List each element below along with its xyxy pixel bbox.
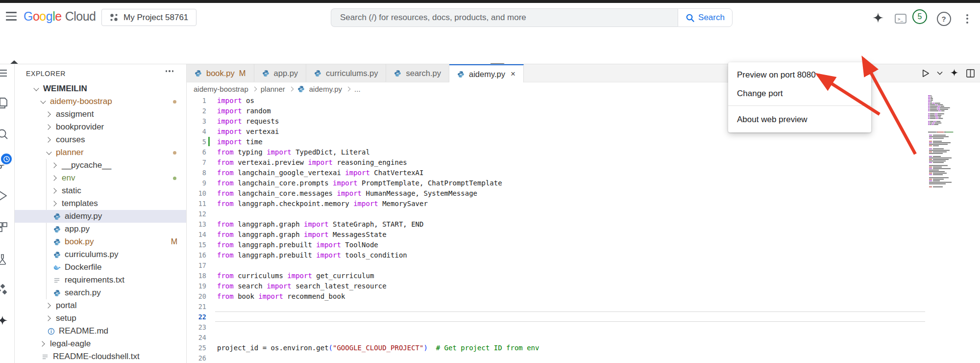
chevron-right-icon[interactable] — [51, 162, 56, 168]
tree-item-bookprovider[interactable]: bookprovider — [15, 121, 186, 133]
breadcrumb-item[interactable]: planner — [261, 85, 285, 93]
tree-item-aidemy-boostrap[interactable]: aidemy-boostrap — [15, 95, 186, 108]
menu-item-change-port[interactable]: Change port — [728, 85, 871, 102]
code-line-19[interactable]: 19from search import search_latest_resou… — [187, 281, 980, 291]
test-flask-icon[interactable] — [0, 253, 8, 266]
files-explorer-icon[interactable] — [0, 97, 8, 109]
free-trial-credit-badge[interactable]: 5 — [912, 9, 927, 24]
gemini-sparkle-icon[interactable] — [870, 11, 886, 26]
code-line-26[interactable]: 26 — [187, 353, 980, 363]
tab-app-py[interactable]: app.py — [254, 64, 307, 82]
code-text: from langgraph.graph import MessagesStat… — [217, 231, 387, 238]
code-text: project_id = os.environ.get("GOOGLE_CLOU… — [217, 344, 539, 352]
tree-item--pycache-[interactable]: __pycache__ — [15, 159, 186, 172]
tab-book-py[interactable]: book.pyM — [187, 64, 254, 82]
tree-item-app-py[interactable]: app.py — [15, 223, 186, 235]
project-selector-button[interactable]: My Project 58761 — [101, 9, 196, 26]
breadcrumb-item[interactable]: aidemy.py — [309, 85, 342, 93]
search-input[interactable] — [331, 8, 678, 27]
tree-item-dockerfile[interactable]: Dockerfile — [15, 261, 186, 274]
google-cloud-logo[interactable]: Google Cloud — [24, 8, 96, 25]
tree-item-requirements-txt[interactable]: requirements.txt — [15, 274, 186, 286]
code-line-25[interactable]: 25project_id = os.environ.get("GOOGLE_CL… — [187, 342, 980, 353]
code-line-15[interactable]: 15from langgraph.prebuilt import ToolNod… — [187, 239, 980, 250]
run-debug-icon[interactable] — [0, 189, 8, 202]
tree-item-readme-md[interactable]: README.md — [15, 325, 186, 337]
menu-icon[interactable] — [0, 67, 8, 79]
chevron-right-icon[interactable] — [51, 175, 56, 181]
tree-item-setup[interactable]: setup — [15, 312, 186, 325]
chevron-right-icon[interactable] — [39, 341, 45, 346]
tab-aidemy-py[interactable]: aidemy.py× — [449, 64, 524, 83]
chevron-down-icon[interactable] — [46, 149, 51, 155]
code-line-20[interactable]: 20from book import recommend_book — [187, 291, 980, 301]
code-line-16[interactable]: 16from langgraph.prebuilt import tools_c… — [187, 250, 980, 260]
tab-curriculums-py[interactable]: curriculums.py — [306, 64, 386, 82]
tree-item-legal-eagle[interactable]: legal-eagle — [15, 337, 186, 350]
code-text: from vertexai.preview import reasoning_e… — [217, 158, 407, 166]
run-file-button[interactable] — [921, 69, 930, 78]
search-button[interactable]: Search — [678, 8, 733, 27]
chevron-right-icon[interactable] — [45, 137, 50, 142]
code-line-7[interactable]: 7from vertexai.preview import reasoning_… — [187, 157, 980, 167]
line-number: 18 — [187, 272, 206, 280]
tree-item-courses[interactable]: courses — [15, 133, 186, 146]
tree-item-curriculums-py[interactable]: curriculums.py — [15, 248, 186, 261]
tree-item-planner[interactable]: planner — [15, 146, 186, 159]
chevron-right-icon[interactable] — [45, 315, 50, 321]
chevron-right-icon[interactable] — [51, 188, 56, 193]
help-icon[interactable]: ? — [936, 11, 952, 26]
tab-search-py[interactable]: search.py — [386, 64, 449, 82]
line-number: 23 — [187, 323, 206, 331]
search-panel-icon[interactable] — [0, 128, 8, 140]
tree-item-static[interactable]: static — [15, 184, 186, 197]
tree-item-templates[interactable]: templates — [15, 197, 186, 210]
run-dropdown-icon[interactable] — [937, 71, 943, 75]
code-line-21[interactable]: 21 — [187, 301, 980, 311]
chevron-right-icon[interactable] — [45, 111, 50, 117]
main-menu-icon[interactable] — [6, 10, 19, 23]
minimap[interactable] — [927, 94, 961, 187]
split-editor-icon[interactable] — [966, 69, 975, 78]
code-line-23[interactable]: 23 — [187, 322, 980, 332]
tree-item-env[interactable]: env — [15, 172, 186, 184]
gemini-editor-icon[interactable] — [950, 69, 959, 78]
code-line-9[interactable]: 9from langchain_core.prompts import Prom… — [187, 178, 980, 188]
code-line-13[interactable]: 13from langgraph.graph import StateGraph… — [187, 219, 980, 229]
code-line-17[interactable]: 17 — [187, 260, 980, 270]
code-line-11[interactable]: 11from langgraph.checkpoint.memory impor… — [187, 198, 980, 208]
code-line-12[interactable]: 12 — [187, 208, 980, 219]
chevron-right-icon[interactable] — [45, 303, 50, 308]
code-line-8[interactable]: 8from langchain_google_vertexai import C… — [187, 167, 980, 178]
tree-item-portal[interactable]: portal — [15, 299, 186, 312]
chevron-down-icon[interactable] — [40, 98, 46, 104]
code-line-6[interactable]: 6from typing import TypedDict, Literal — [187, 147, 980, 157]
sparkle-icon[interactable] — [0, 315, 8, 327]
tree-item-readme-cloudshell-txt[interactable]: README-cloudshell.txt — [15, 350, 186, 363]
tree-item-weimeilin[interactable]: WEIMEILIN — [15, 82, 186, 95]
menu-item-about-web-preview[interactable]: About web preview — [728, 111, 871, 128]
breadcrumb-item[interactable]: ... — [354, 85, 361, 93]
gemini-code-assist-icon[interactable] — [0, 284, 8, 296]
chevron-right-icon[interactable] — [51, 201, 56, 206]
tree-item-aidemy-py[interactable]: aidemy.py — [15, 210, 186, 223]
breadcrumb-item[interactable]: aidemy-boostrap — [194, 85, 248, 93]
cloud-shell-toggle-icon[interactable]: >_ — [893, 11, 908, 26]
explorer-more-actions-icon[interactable] — [164, 68, 176, 74]
chevron-right-icon[interactable] — [45, 124, 50, 130]
code-line-10[interactable]: 10from langchain_core.messages import Hu… — [187, 188, 980, 198]
code-line-24[interactable]: 24 — [187, 332, 980, 342]
code-editor[interactable]: 1import os2import random3import requests… — [187, 95, 980, 363]
extensions-icon[interactable] — [0, 221, 8, 233]
chevron-down-icon[interactable] — [33, 85, 39, 91]
code-line-5[interactable]: 5import time — [187, 136, 980, 147]
tree-item-book-py[interactable]: book.pyM — [15, 235, 186, 248]
tree-item-assigment[interactable]: assigment — [15, 108, 186, 121]
close-tab-icon[interactable]: × — [511, 69, 515, 79]
tree-item-search-py[interactable]: search.py — [15, 286, 186, 299]
code-line-22[interactable]: 22 — [187, 311, 980, 322]
code-line-18[interactable]: 18from curriculums import get_curriculum — [187, 270, 980, 281]
more-options-icon[interactable] — [959, 11, 975, 26]
code-line-14[interactable]: 14from langgraph.graph import MessagesSt… — [187, 229, 980, 239]
menu-item-preview-port[interactable]: Preview on port 8080 — [728, 67, 871, 83]
